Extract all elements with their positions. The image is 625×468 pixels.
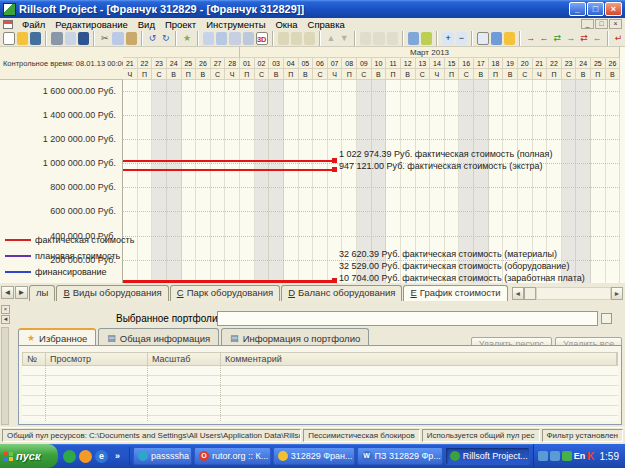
toolbar-icon[interactable] (45, 31, 47, 46)
portfolio-tab[interactable]: ▤ Общая информация (98, 328, 219, 345)
kaspersky-tray-icon[interactable]: K (587, 451, 594, 462)
tab-scroll-right-icon[interactable]: ► (15, 286, 28, 299)
quick-launch-ie-icon[interactable]: e (95, 450, 108, 463)
indent-icon[interactable] (360, 32, 371, 45)
toolbar-icon[interactable] (141, 31, 143, 46)
close-button[interactable]: × (605, 2, 622, 16)
mdi-close-button[interactable]: × (609, 19, 622, 29)
view-tab[interactable]: СПарк оборудования (170, 285, 280, 301)
toolbar-icon[interactable] (175, 31, 177, 46)
table-header-cell[interactable]: Масштаб (148, 353, 221, 365)
insert-task-icon[interactable] (203, 32, 214, 45)
portfolio-tab[interactable]: ★ Избранное (18, 328, 96, 345)
toolbar-icon[interactable] (319, 31, 321, 46)
task-properties-icon[interactable] (243, 32, 254, 45)
print-preview-icon[interactable] (65, 32, 76, 45)
tab-scroll-left-icon[interactable]: ◄ (1, 286, 14, 299)
toolbar-icon[interactable] (354, 31, 356, 46)
table-header-cell[interactable]: Комментарий (221, 353, 617, 365)
paste-icon[interactable] (126, 32, 137, 45)
quick-launch-browser-icon[interactable] (79, 450, 92, 463)
zoom-out-icon[interactable]: − (456, 32, 467, 45)
move-up-icon[interactable]: ▲ (325, 32, 336, 45)
start-button[interactable]: пуск (0, 444, 58, 468)
view-tab[interactable]: лы (29, 285, 55, 301)
hscroll-left-icon[interactable]: ◄ (512, 287, 524, 300)
hscroll-thumb[interactable] (524, 287, 536, 300)
compress-schedule-icon[interactable]: ← (592, 32, 603, 45)
menu-item[interactable]: Проект (160, 19, 201, 30)
hscroll-right-icon[interactable]: ► (611, 287, 623, 300)
project-wizard-icon[interactable]: ★ (181, 32, 192, 45)
table-header-cell[interactable]: Просмотр (46, 353, 148, 365)
menu-item[interactable]: Окна (270, 19, 302, 30)
undo-icon[interactable]: ↺ (147, 32, 158, 45)
document-icon[interactable] (3, 20, 13, 29)
split-task-icon[interactable] (229, 32, 240, 45)
menu-item[interactable]: Инструменты (201, 19, 270, 30)
filter-icon[interactable] (421, 32, 432, 45)
language-indicator[interactable]: En (574, 451, 586, 461)
save-icon[interactable] (30, 32, 41, 45)
menu-item[interactable]: Редактирование (50, 19, 132, 30)
quick-launch-messenger-icon[interactable] (63, 450, 76, 463)
dock-splitter[interactable] (1, 327, 9, 425)
table-body[interactable] (22, 366, 618, 421)
arrange-windows-icon[interactable] (491, 32, 502, 45)
split-window-icon[interactable] (477, 32, 489, 45)
tray-antivirus-icon[interactable] (562, 451, 572, 461)
unlink-icon[interactable] (387, 32, 398, 45)
view-tab[interactable]: DБаланс оборудования (281, 285, 402, 301)
find-icon[interactable] (78, 32, 89, 45)
view-tab[interactable]: ВВиды оборудования (56, 285, 168, 301)
dock-close-icon[interactable]: × (1, 305, 10, 314)
toolbar-icon[interactable] (93, 31, 95, 46)
toolbar-icon[interactable] (436, 31, 438, 46)
copy-resource-icon[interactable] (291, 32, 302, 45)
taskbar-task-button[interactable]: O rutor.org :: К... (194, 447, 271, 465)
minimize-button[interactable]: _ (569, 2, 586, 16)
table-header-cell[interactable]: № (23, 353, 46, 365)
view-tab[interactable]: ЕГрафик стоимости (403, 285, 507, 301)
align-start-icon[interactable]: → (565, 32, 576, 45)
toolbar-icon[interactable] (607, 31, 609, 46)
taskbar-task-button[interactable]: W ПЗ 312829 Фр... (357, 447, 443, 465)
mdi-restore-button[interactable]: □ (595, 19, 608, 29)
open-project-icon[interactable] (17, 32, 28, 45)
toolbar-icon[interactable] (402, 31, 404, 46)
quick-launch-overflow-icon[interactable]: » (111, 450, 124, 463)
copy-assignment-icon[interactable] (304, 32, 315, 45)
taskbar-task-button[interactable]: 312829 Фран... (273, 447, 355, 465)
toolbar-icon[interactable] (197, 31, 199, 46)
toolbar-icon[interactable] (519, 31, 521, 46)
outdent-icon[interactable] (373, 32, 384, 45)
3d-view-button[interactable]: 3D (256, 32, 268, 45)
progress-line-icon[interactable]: ↵ (613, 32, 624, 45)
taskbar-task-button[interactable]: passssha (133, 447, 192, 465)
align-end-icon[interactable]: ⇄ (578, 32, 589, 45)
restore-button[interactable]: □ (587, 2, 604, 16)
redo-icon[interactable]: ↻ (160, 32, 171, 45)
mdi-minimize-button[interactable]: _ (581, 19, 594, 29)
shift-right-icon[interactable]: ← (538, 32, 549, 45)
zoom-in-icon[interactable]: + (442, 32, 453, 45)
swap-tasks-icon[interactable]: ⇄ (552, 32, 563, 45)
dock-collapse-icon[interactable]: ◄ (1, 315, 10, 324)
menu-item[interactable]: Файл (17, 19, 50, 30)
tray-network-icon[interactable] (538, 451, 548, 461)
hscroll-track[interactable] (536, 287, 611, 300)
menu-item[interactable]: Вид (133, 19, 160, 30)
shift-left-icon[interactable]: → (525, 32, 536, 45)
resource-pool-folder-icon[interactable] (504, 32, 515, 45)
cut-icon[interactable]: ✂ (99, 32, 110, 45)
portfolio-field[interactable] (217, 311, 598, 326)
link-tasks-icon[interactable] (216, 32, 227, 45)
toolbar-icon[interactable] (471, 31, 473, 46)
toolbar-icon[interactable] (272, 31, 274, 46)
print-icon[interactable] (51, 32, 62, 45)
menu-item[interactable]: Справка (303, 19, 350, 30)
move-down-icon[interactable]: ▼ (339, 32, 350, 45)
taskbar-task-button[interactable]: Rillsoft Project... (445, 447, 530, 465)
chart-plot-area[interactable]: 1 022 974.39 Руб. фактическая стоимость … (123, 80, 620, 283)
copy-icon[interactable] (112, 32, 123, 45)
